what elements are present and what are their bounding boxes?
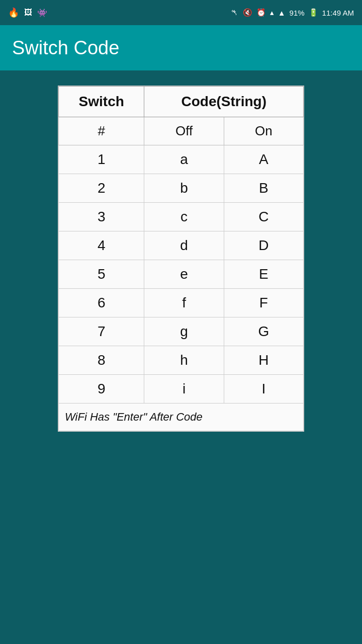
row2-off: b [144, 174, 224, 203]
wifi-icon: ▴ [270, 8, 274, 17]
battery-level: 91% [290, 9, 305, 17]
table-row: 2 b B [59, 174, 304, 203]
mute-icon: 🔇 [243, 8, 252, 17]
row6-num: 6 [59, 289, 144, 317]
row9-on: I [224, 375, 303, 404]
table-footer: WiFi Has "Enter" After Code [59, 404, 304, 431]
row3-off: c [144, 203, 224, 231]
table-row: 5 e E [59, 260, 304, 289]
row8-off: h [144, 346, 224, 375]
status-bar: 🔥 🖼 👾 ⯲ 🔇 ⏰ ▴ ▲ 91% 🔋 11:49 AM [0, 0, 362, 25]
app-title: Switch Code [12, 37, 119, 59]
row7-on: G [224, 317, 303, 346]
table-header-row: Switch Code(String) [59, 87, 304, 117]
table-footer-row: WiFi Has "Enter" After Code [59, 404, 304, 431]
row5-off: e [144, 260, 224, 289]
table-row: 6 f F [59, 289, 304, 317]
switch-code-table: Switch Code(String) # Off On 1 a A 2 b B… [58, 86, 304, 432]
signal-icon: ▲ [278, 9, 286, 17]
row9-off: i [144, 375, 224, 404]
row8-num: 8 [59, 346, 144, 375]
row4-off: d [144, 231, 224, 260]
row3-on: C [224, 203, 303, 231]
row9-num: 9 [59, 375, 144, 404]
table-row: 3 c C [59, 203, 304, 231]
main-content: Switch Code(String) # Off On 1 a A 2 b B… [0, 70, 362, 447]
fire-icon: 🔥 [8, 7, 19, 18]
row3-num: 3 [59, 203, 144, 231]
alarm-icon: ⏰ [256, 8, 266, 17]
row6-off: f [144, 289, 224, 317]
row4-num: 4 [59, 231, 144, 260]
row5-on: E [224, 260, 303, 289]
app-bar: Switch Code [0, 25, 362, 70]
row6-on: F [224, 289, 303, 317]
table-row: 4 d D [59, 231, 304, 260]
row8-on: H [224, 346, 303, 375]
subheader-off: Off [144, 117, 224, 145]
table-row: 9 i I [59, 375, 304, 404]
status-bar-left: 🔥 🖼 👾 [8, 7, 47, 18]
image-icon: 🖼 [24, 8, 32, 17]
row5-num: 5 [59, 260, 144, 289]
table-row: 8 h H [59, 346, 304, 375]
row7-num: 7 [59, 317, 144, 346]
row4-on: D [224, 231, 303, 260]
row1-off: a [144, 145, 224, 174]
header-switch: Switch [59, 87, 144, 117]
row1-on: A [224, 145, 303, 174]
header-code: Code(String) [144, 87, 304, 117]
time-display: 11:49 AM [322, 9, 354, 17]
row1-num: 1 [59, 145, 144, 174]
table-row: 7 g G [59, 317, 304, 346]
subheader-num: # [59, 117, 144, 145]
row2-num: 2 [59, 174, 144, 203]
app-icon: 👾 [37, 8, 47, 18]
battery-icon: 🔋 [309, 8, 318, 17]
subheader-on: On [224, 117, 303, 145]
table-subheader-row: # Off On [59, 117, 304, 145]
bluetooth-icon: ⯲ [231, 8, 239, 17]
status-bar-right: ⯲ 🔇 ⏰ ▴ ▲ 91% 🔋 11:49 AM [231, 8, 354, 17]
table-row: 1 a A [59, 145, 304, 174]
row7-off: g [144, 317, 224, 346]
row2-on: B [224, 174, 303, 203]
